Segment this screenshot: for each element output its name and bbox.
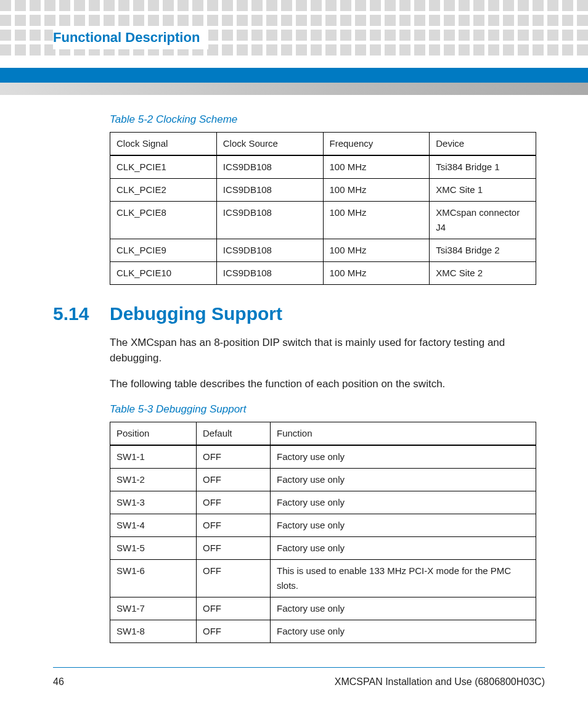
table-row: CLK_PCIE2ICS9DB108100 MHzXMC Site 1 — [110, 179, 536, 202]
table-row: CLK_PCIE10ICS9DB108100 MHzXMC Site 2 — [110, 262, 536, 285]
section-number: 5.14 — [53, 303, 110, 324]
table-cell: SW1-6 — [110, 559, 197, 597]
table-header-cell: Frequency — [323, 133, 430, 156]
table-row: SW1-3OFFFactory use only — [110, 491, 536, 514]
table-cell: XMCspan connector J4 — [430, 202, 536, 239]
table-cell: ICS9DB108 — [216, 202, 323, 239]
table-header-cell: Function — [271, 422, 536, 445]
table-cell: CLK_PCIE10 — [110, 262, 217, 285]
table-cell: OFF — [197, 514, 271, 536]
table-row: SW1-8OFFFactory use only — [110, 620, 536, 642]
table-cell: SW1-7 — [110, 597, 197, 620]
table-cell: 100 MHz — [323, 155, 430, 179]
header-grey-bar — [0, 83, 588, 95]
table-header-cell: Position — [110, 422, 197, 445]
table-row: SW1-1OFFFactory use only — [110, 445, 536, 469]
table-cell: Factory use only — [271, 597, 536, 620]
table-cell: CLK_PCIE8 — [110, 202, 217, 239]
table-cell: OFF — [197, 445, 271, 469]
table-cell: SW1-4 — [110, 514, 197, 536]
table-header-cell: Default — [197, 422, 271, 445]
page-number: 46 — [53, 676, 64, 688]
page-footer: 46 XMCSPAN Installation and Use (6806800… — [53, 676, 545, 688]
table-cell: CLK_PCIE9 — [110, 239, 217, 262]
footer-divider — [53, 667, 545, 668]
table-row: SW1-6OFFThis is used to enable 133 MHz P… — [110, 559, 536, 597]
table-cell: OFF — [197, 468, 271, 491]
header-blue-bar — [0, 68, 588, 83]
section-heading: 5.14 Debugging Support — [53, 303, 536, 324]
table-row: CLK_PCIE1ICS9DB108100 MHzTsi384 Bridge 1 — [110, 155, 536, 179]
table-cell: 100 MHz — [323, 239, 430, 262]
table-row: SW1-5OFFFactory use only — [110, 536, 536, 559]
table-row: CLK_PCIE9ICS9DB108100 MHzTsi384 Bridge 2 — [110, 239, 536, 262]
table-cell: ICS9DB108 — [216, 155, 323, 179]
table-cell: OFF — [197, 597, 271, 620]
table-cell: Factory use only — [271, 445, 536, 469]
debugging-support-table: PositionDefaultFunction SW1-1OFFFactory … — [110, 422, 536, 643]
table-cell: Factory use only — [271, 468, 536, 491]
table-cell: Factory use only — [271, 514, 536, 536]
document-id: XMCSPAN Installation and Use (6806800H03… — [335, 676, 545, 688]
table-cell: XMC Site 2 — [430, 262, 536, 285]
table-header-cell: Clock Signal — [110, 133, 217, 156]
table-cell: ICS9DB108 — [216, 179, 323, 202]
table-header-cell: Device — [430, 133, 536, 156]
table-cell: Tsi384 Bridge 1 — [430, 155, 536, 179]
table-cell: OFF — [197, 620, 271, 642]
paragraph-1: The XMCspan has an 8-position DIP switch… — [110, 335, 536, 366]
clocking-scheme-table: Clock SignalClock SourceFrequencyDevice … — [110, 132, 536, 285]
table-cell: CLK_PCIE1 — [110, 155, 217, 179]
table-cell: OFF — [197, 536, 271, 559]
table-row: SW1-7OFFFactory use only — [110, 597, 536, 620]
table-5-3-caption: Table 5-3 Debugging Support — [110, 403, 536, 416]
table-cell: Tsi384 Bridge 2 — [430, 239, 536, 262]
table-row: SW1-4OFFFactory use only — [110, 514, 536, 536]
table-cell: ICS9DB108 — [216, 239, 323, 262]
table-cell: SW1-5 — [110, 536, 197, 559]
table-row: CLK_PCIE8ICS9DB108100 MHzXMCspan connect… — [110, 202, 536, 239]
table-cell: SW1-8 — [110, 620, 197, 642]
table-cell: Factory use only — [271, 491, 536, 514]
section-title: Debugging Support — [110, 303, 282, 324]
page-section-title: Functional Description — [53, 26, 208, 49]
table-row: SW1-2OFFFactory use only — [110, 468, 536, 491]
table-cell: 100 MHz — [323, 179, 430, 202]
page-content: Table 5-2 Clocking Scheme Clock SignalCl… — [53, 113, 536, 660]
table-cell: SW1-3 — [110, 491, 197, 514]
table-cell: This is used to enable 133 MHz PCI-X mod… — [271, 559, 536, 597]
table-cell: ICS9DB108 — [216, 262, 323, 285]
table-cell: Factory use only — [271, 536, 536, 559]
table-cell: Factory use only — [271, 620, 536, 642]
table-cell: OFF — [197, 559, 271, 597]
table-cell: OFF — [197, 491, 271, 514]
table-5-2-caption: Table 5-2 Clocking Scheme — [110, 113, 536, 126]
paragraph-2: The following table describes the functi… — [110, 377, 536, 392]
table-cell: 100 MHz — [323, 202, 430, 239]
table-cell: XMC Site 1 — [430, 179, 536, 202]
table-cell: SW1-2 — [110, 468, 197, 491]
table-cell: 100 MHz — [323, 262, 430, 285]
table-cell: SW1-1 — [110, 445, 197, 469]
table-cell: CLK_PCIE2 — [110, 179, 217, 202]
table-header-cell: Clock Source — [216, 133, 323, 156]
